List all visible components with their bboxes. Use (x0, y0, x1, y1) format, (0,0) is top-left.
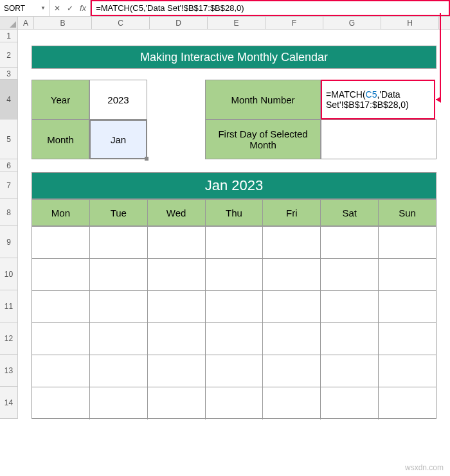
select-all-button[interactable] (0, 17, 18, 29)
calendar-cell[interactable] (379, 323, 436, 355)
month-value-selected[interactable]: Jan (89, 119, 147, 159)
row-header-14[interactable]: 14 (0, 387, 18, 419)
calendar-cell[interactable] (148, 259, 206, 290)
calendar-cell[interactable] (206, 323, 264, 355)
calendar-row (32, 291, 436, 323)
col-header-D[interactable]: D (150, 17, 208, 29)
calendar-day-headers: Mon Tue Wed Thu Fri Sat Sun (32, 199, 437, 226)
calendar-cell[interactable] (206, 227, 264, 258)
row-headers: 1 2 3 4 5 6 7 8 9 10 11 12 13 14 (0, 30, 18, 419)
calendar-cell[interactable] (206, 291, 264, 322)
month-value-text: Jan (91, 121, 146, 158)
calendar-cell[interactable] (148, 323, 206, 355)
calendar-cell[interactable] (32, 291, 90, 322)
row-header-9[interactable]: 9 (0, 226, 18, 258)
calendar-cell[interactable] (32, 227, 90, 258)
col-header-B[interactable]: B (34, 17, 92, 29)
calendar-cell[interactable] (90, 355, 148, 387)
cancel-icon[interactable]: ✕ (54, 4, 60, 13)
calendar-row (32, 355, 436, 387)
col-header-F[interactable]: F (266, 17, 323, 29)
page-title: Making Interactive Monthly Calendar (32, 46, 437, 69)
col-header-G[interactable]: G (323, 17, 381, 29)
formula-input[interactable]: =MATCH(C5,'Data Set'!$B$17:$B$28,0) (91, 0, 450, 16)
calendar-cell[interactable] (379, 291, 436, 322)
calendar-cell[interactable] (263, 227, 321, 258)
calendar-cell[interactable] (32, 259, 90, 290)
col-header-A[interactable]: A (18, 17, 34, 29)
calendar-cell[interactable] (90, 227, 148, 258)
row-header-10[interactable]: 10 (0, 258, 18, 290)
calendar-title: Jan 2023 (32, 172, 437, 199)
year-value[interactable]: 2023 (89, 80, 147, 119)
calendar-cell[interactable] (263, 323, 321, 355)
calendar-cell[interactable] (148, 355, 206, 387)
calendar-cell[interactable] (32, 355, 90, 387)
month-number-label: Month Number (205, 80, 321, 119)
formula-editing-cell[interactable]: =MATCH(C5,'Data Set'!$B$17:$B$28,0) (321, 80, 435, 119)
row-header-12[interactable]: 12 (0, 322, 18, 355)
calendar-cell[interactable] (32, 323, 90, 355)
first-day-value[interactable] (321, 119, 437, 159)
calendar-cell[interactable] (379, 259, 436, 290)
row-header-7[interactable]: 7 (0, 172, 18, 199)
row-header-11[interactable]: 11 (0, 290, 18, 322)
cal-header-sat: Sat (321, 200, 379, 225)
calendar-row (32, 387, 436, 419)
row-header-2[interactable]: 2 (0, 42, 18, 68)
calendar-cell[interactable] (32, 387, 90, 419)
calendar-cell[interactable] (90, 323, 148, 355)
cal-header-tue: Tue (90, 200, 148, 225)
name-box-value: SORT (4, 4, 25, 13)
name-box[interactable]: SORT ▼ (0, 0, 50, 16)
calendar-cell[interactable] (321, 291, 379, 322)
year-label: Year (32, 80, 89, 119)
calendar-row (32, 227, 436, 259)
name-box-dropdown-icon[interactable]: ▼ (40, 5, 46, 11)
column-headers: A B C D E F G H (0, 17, 450, 30)
row-header-8[interactable]: 8 (0, 199, 18, 226)
formula-text: =MATCH(C5,'Data Set'!$B$17:$B$28,0) (96, 3, 244, 13)
cal-header-fri: Fri (263, 200, 321, 225)
calendar-cell[interactable] (321, 355, 379, 387)
calendar-cell[interactable] (321, 387, 379, 419)
row-header-5[interactable]: 5 (0, 119, 18, 159)
col-header-H[interactable]: H (381, 17, 439, 29)
calendar-cell[interactable] (90, 387, 148, 419)
calendar-cell[interactable] (90, 259, 148, 290)
formula-editing-text: =MATCH(C5,'Data Set'!$B$17:$B$28,0) (326, 89, 430, 110)
calendar-cell[interactable] (263, 387, 321, 419)
formula-bar-buttons: ✕ ✓ fx (50, 0, 91, 16)
calendar-cell[interactable] (148, 227, 206, 258)
calendar-cell[interactable] (379, 227, 436, 258)
sheet-grid[interactable]: Making Interactive Monthly Calendar Year… (18, 30, 450, 419)
calendar-cell[interactable] (379, 387, 436, 419)
calendar-cell[interactable] (206, 387, 264, 419)
row-header-1[interactable]: 1 (0, 30, 18, 42)
row-header-3[interactable]: 3 (0, 68, 18, 80)
calendar-cell[interactable] (379, 355, 436, 387)
calendar-cell[interactable] (321, 323, 379, 355)
calendar-cell[interactable] (90, 291, 148, 322)
calendar-cell[interactable] (148, 387, 206, 419)
col-header-C[interactable]: C (92, 17, 150, 29)
calendar-row (32, 259, 436, 291)
month-label: Month (32, 119, 89, 159)
col-header-E[interactable]: E (208, 17, 266, 29)
calendar-cell[interactable] (321, 259, 379, 290)
calendar-cell[interactable] (263, 291, 321, 322)
cal-header-wed: Wed (148, 200, 206, 225)
calendar-cell[interactable] (263, 259, 321, 290)
row-header-4[interactable]: 4 (0, 80, 18, 119)
row-header-6[interactable]: 6 (0, 159, 18, 172)
enter-icon[interactable]: ✓ (67, 4, 73, 13)
calendar-cell[interactable] (263, 355, 321, 387)
row-header-13[interactable]: 13 (0, 355, 18, 387)
calendar-cell[interactable] (321, 227, 379, 258)
calendar-cell[interactable] (206, 259, 264, 290)
fx-icon[interactable]: fx (80, 3, 86, 13)
cal-header-mon: Mon (32, 200, 90, 225)
cal-header-thu: Thu (206, 200, 264, 225)
calendar-cell[interactable] (206, 355, 264, 387)
calendar-cell[interactable] (148, 291, 206, 322)
